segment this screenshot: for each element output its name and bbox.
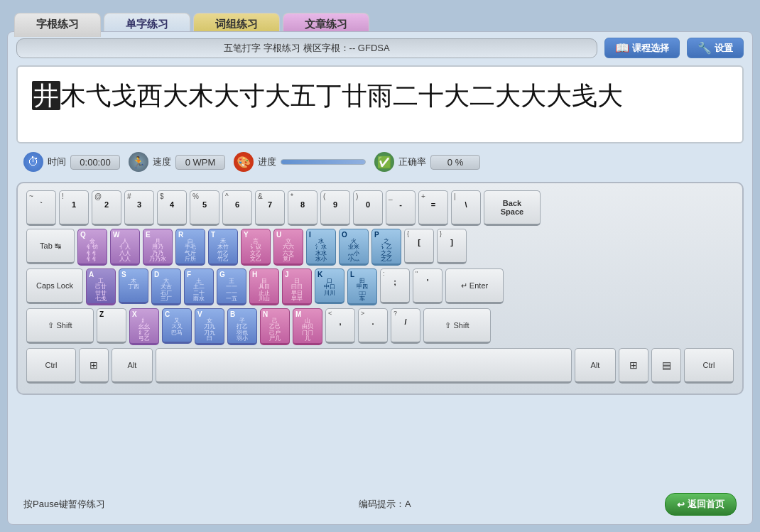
accuracy-stat: ✅ 正确率 0 % [374,152,480,172]
home-button[interactable]: ↩ 返回首页 [665,493,737,516]
status-text: 五笔打字 字根练习 横区字根：-- GFDSA [16,38,597,58]
keyboard: ~ ` ! 1 @ 2 # 3 $ 4 % 5 [16,182,744,395]
key-9[interactable]: ( 9 [320,190,350,226]
key-enter[interactable]: ↵ Enter [445,268,504,304]
key-n[interactable]: N 己乙己己户尸几 [260,308,290,345]
key-y[interactable]: Y 言讠议文乙文乙 [241,229,271,266]
key-space[interactable] [156,348,572,384]
key-2[interactable]: @ 2 [92,190,121,226]
stats-bar: ⏱ 时间 0:00:00 🏃 速度 0 WPM 🎨 进度 ✅ 正确率 0 % [16,152,744,172]
key-a[interactable]: A 工己廿廿廿七戋 [86,268,116,305]
key-row-4: ⇧ Shift Z X 纟幺幺纟乙弓乙 C 又ス又巴马 V 女刀九刀九臼 [26,308,734,345]
key-p[interactable]: P 之讠乙之之之乙 [371,229,401,266]
key-backslash[interactable]: | \ [451,190,481,226]
current-char: 井 [32,81,60,110]
key-period[interactable]: > . [358,308,388,344]
key-quote[interactable]: " ' [413,268,443,304]
top-bar: 五笔打字 字根练习 横区字根：-- GFDSA 📖 课程选择 🔧 设置 [16,38,744,58]
key-i[interactable]: I 水氵水水水水小 [306,229,336,266]
key-row-3: Caps Lock A 工己廿廿廿七戋 S 木丁西 D 大犬古石厂三厂 F 土土… [26,268,734,305]
speed-icon: 🏃 [129,152,148,172]
pause-hint: 按Pause键暂停练习 [23,498,105,511]
key-slash[interactable]: ? / [391,308,420,344]
progress-icon: 🎨 [234,152,254,172]
key-e[interactable]: E 月用乃乃乃乃乃水 [143,229,173,266]
gear-icon: 🔧 [697,41,712,55]
key-l[interactable]: L 田甲四□□车 [347,268,377,305]
key-o[interactable]: O 火业米灬小小灬 [339,229,369,266]
key-t[interactable]: T 禾木竹竹乙竹乙 [208,229,238,266]
remaining-text: 木弋戈西大木大寸大五丁廿雨二十大二大大大戋大 [60,81,623,110]
key-s[interactable]: S 木丁西 [119,268,148,304]
tab-zigen[interactable]: 字根练习 [14,13,101,37]
time-stat: ⏱ 时间 0:00:00 [23,152,120,172]
key-semicolon[interactable]: : ; [380,268,410,304]
bottom-bar: 按Pause键暂停练习 编码提示：A ↩ 返回首页 [23,493,737,516]
code-hint: 编码提示：A [359,498,411,511]
key-minus[interactable]: _ - [386,190,416,226]
key-tab[interactable]: Tab ↹ [26,229,75,264]
key-comma[interactable]: < , [325,308,355,344]
key-u[interactable]: U 立六六六文竟广 [273,229,303,266]
key-shift-left[interactable]: ⇧ Shift [26,308,94,344]
key-lbracket[interactable]: { [ [404,229,434,264]
key-win-right[interactable]: ⊞ [619,348,648,384]
key-alt-right[interactable]: Alt [575,348,616,384]
key-0[interactable]: ) 0 [353,190,383,226]
key-7[interactable]: & 7 [255,190,285,226]
key-shift-right[interactable]: ⇧ Shift [423,308,491,344]
key-menu[interactable]: ▤ [651,348,681,384]
time-icon: ⏱ [23,152,43,172]
key-ctrl-right[interactable]: Ctrl [684,348,734,384]
key-8[interactable]: * 8 [288,190,317,226]
key-f[interactable]: F 土土二二十雨水 [184,268,214,305]
key-j[interactable]: J 日曰日早日早早 [282,268,312,305]
key-v[interactable]: V 女刀九刀九臼 [195,308,224,345]
key-rbracket[interactable]: } ] [437,229,467,264]
key-row-1: ~ ` ! 1 @ 2 # 3 $ 4 % 5 [26,190,734,226]
key-z[interactable]: Z [97,308,126,344]
key-row-2: Tab ↹ Q 金钅钫钅钅钅钅 W 人亻人八人人人 E 月用乃乃乃乃乃水 R 白… [26,229,734,266]
key-b[interactable]: B 子打乙羽也羽小 [227,308,257,345]
key-d[interactable]: D 大犬古石厂三厂 [151,268,181,305]
text-display: 井木弋戈西大木大寸大五丁廿雨二十大二大大大戋大 [16,65,744,143]
progress-stat: 🎨 进度 [234,152,366,172]
key-h[interactable]: H 目具目止止川山 [249,268,279,305]
key-w[interactable]: W 人亻人八人人人 [110,229,140,266]
key-4[interactable]: $ 4 [157,190,187,226]
key-k[interactable]: K 口中口川川 [315,268,344,304]
key-1[interactable]: ! 1 [59,190,89,226]
speed-value: 0 WPM [175,155,225,170]
speed-stat: 🏃 速度 0 WPM [129,152,225,172]
key-ctrl-left[interactable]: Ctrl [26,348,76,384]
key-g[interactable]: G 王一一一一一五 [217,268,246,305]
key-m[interactable]: M 山由贝门门几 [293,308,322,345]
home-arrow-icon: ↩ [677,499,685,510]
key-r[interactable]: R 白手毛气斤斤所 [175,229,205,266]
key-row-5: Ctrl ⊞ Alt Alt ⊞ ▤ Ctrl [26,348,734,384]
settings-button[interactable]: 🔧 设置 [687,38,744,58]
course-select-button[interactable]: 📖 课程选择 [604,38,680,58]
accuracy-icon: ✅ [374,152,394,172]
accuracy-value: 0 % [430,155,480,170]
key-alt-left[interactable]: Alt [112,348,153,384]
key-c[interactable]: C 又ス又巴马 [162,308,192,344]
key-x[interactable]: X 纟幺幺纟乙弓乙 [129,308,159,345]
key-capslock[interactable]: Caps Lock [26,268,83,304]
key-win-left[interactable]: ⊞ [79,348,109,384]
key-3[interactable]: # 3 [124,190,154,226]
key-6[interactable]: ^ 6 [222,190,252,226]
key-tilde[interactable]: ~ ` [26,190,56,226]
progress-bar [281,159,366,165]
key-q[interactable]: Q 金钅钫钅钅钅钅 [77,229,107,266]
key-5[interactable]: % 5 [190,190,219,226]
time-value: 0:00:00 [70,155,120,170]
key-backspace[interactable]: BackSpace [484,190,541,226]
main-container: 五笔打字 字根练习 横区字根：-- GFDSA 📖 课程选择 🔧 设置 井木弋戈… [7,31,753,525]
key-equals[interactable]: + = [418,190,448,226]
book-icon: 📖 [615,41,629,55]
